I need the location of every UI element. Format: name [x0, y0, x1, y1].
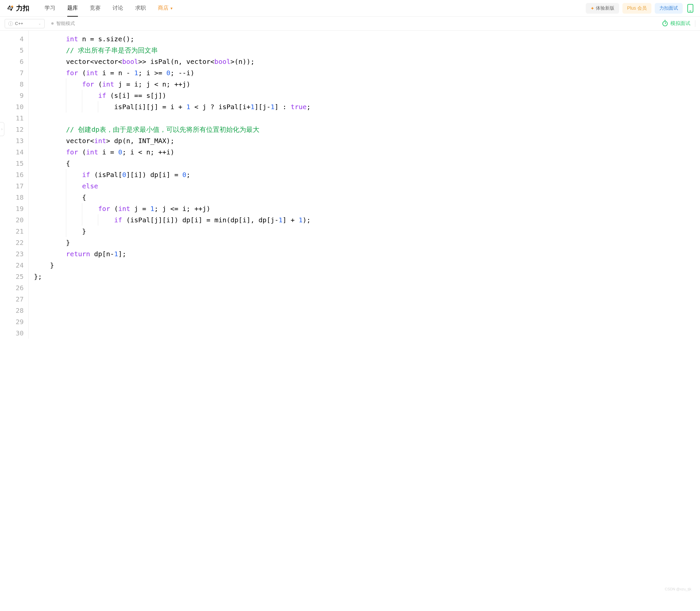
code-line[interactable]: if (isPal[j][i]) dp[i] = min(dp[i], dp[j…	[34, 214, 700, 226]
code-line[interactable]: for (int i = 0; i < n; ++i)	[34, 146, 700, 158]
interview-button[interactable]: 力扣面试	[655, 3, 683, 14]
code-line[interactable]: {	[34, 158, 700, 169]
editor-toolbar: i C++ ⌄ 智能模式 模拟面试	[0, 17, 700, 31]
line-number: 10	[0, 101, 28, 113]
line-number: 16	[0, 169, 28, 180]
code-line[interactable]: isPal[i][j] = i + 1 < j ? isPal[i+1][j-1…	[34, 101, 700, 113]
line-number: 24	[0, 259, 28, 271]
line-number: 18	[0, 192, 28, 203]
code-line[interactable]: {	[34, 192, 700, 203]
code-line[interactable]: int n = s.size();	[34, 33, 700, 45]
language-label: C++	[15, 21, 23, 26]
mock-interview-button[interactable]: 模拟面试	[662, 20, 690, 27]
nav-link-2[interactable]: 竞赛	[84, 0, 106, 17]
editor-mode[interactable]: 智能模式	[51, 21, 75, 27]
nav-link-4[interactable]: 求职	[129, 0, 152, 17]
logo[interactable]: 力扣	[7, 4, 29, 13]
code-line[interactable]: // 求出所有子串是否为回文串	[34, 45, 700, 56]
code-line[interactable]	[34, 282, 700, 294]
panel-expand-handle[interactable]: ›	[0, 122, 4, 136]
line-number: 19	[0, 203, 28, 214]
line-number: 26	[0, 282, 28, 294]
code-line[interactable]: for (int j = i; j < n; ++j)	[34, 78, 700, 90]
code-area[interactable]: int n = s.size(); // 求出所有子串是否为回文串 vector…	[29, 31, 700, 339]
line-number: 7	[0, 67, 28, 78]
logo-text: 力扣	[16, 4, 29, 13]
chevron-down-icon: ▾	[171, 6, 173, 11]
line-number: 8	[0, 78, 28, 90]
line-number: 14	[0, 146, 28, 158]
plus-member-label: Plus 会员	[627, 5, 647, 11]
line-number: 17	[0, 180, 28, 192]
code-line[interactable]	[34, 316, 700, 327]
code-line[interactable]	[34, 305, 700, 316]
line-number: 27	[0, 294, 28, 305]
code-line[interactable]	[34, 113, 700, 124]
line-number: 29	[0, 316, 28, 327]
info-icon: i	[8, 21, 13, 26]
interview-label: 力扣面试	[659, 5, 678, 11]
nav-links: 学习题库竞赛讨论求职商店▾	[39, 0, 178, 17]
line-number: 5	[0, 45, 28, 56]
code-line[interactable]: if (s[i] == s[j])	[34, 90, 700, 101]
mock-label: 模拟面试	[670, 20, 690, 27]
code-line[interactable]: }	[34, 226, 700, 237]
clock-icon	[662, 21, 668, 26]
language-select[interactable]: i C++ ⌄	[5, 19, 45, 28]
chevron-down-icon: ⌄	[38, 21, 41, 25]
svg-point-0	[11, 5, 13, 7]
code-line[interactable]: for (int j = 1; j <= i; ++j)	[34, 203, 700, 214]
line-gutter: 4567891011121314151617181920212223242526…	[0, 31, 29, 339]
line-number: 4	[0, 33, 28, 45]
code-line[interactable]: vector<int> dp(n, INT_MAX);	[34, 135, 700, 146]
nav-link-0[interactable]: 学习	[39, 0, 61, 17]
sparkle-icon: ✦	[590, 6, 595, 11]
nav-link-1[interactable]: 题库	[61, 0, 84, 17]
line-number: 9	[0, 90, 28, 101]
plus-member-button[interactable]: Plus 会员	[623, 3, 651, 14]
code-line[interactable]: }	[34, 259, 700, 271]
code-line[interactable]: vector<vector<bool>> isPal(n, vector<boo…	[34, 56, 700, 67]
try-new-label: 体验新版	[596, 5, 614, 11]
mode-label: 智能模式	[56, 21, 75, 27]
code-line[interactable]: else	[34, 180, 700, 192]
line-number: 20	[0, 214, 28, 226]
line-number: 30	[0, 327, 28, 339]
code-line[interactable]: for (int i = n - 1; i >= 0; --i)	[34, 67, 700, 78]
line-number: 22	[0, 237, 28, 248]
line-number: 11	[0, 113, 28, 124]
code-line[interactable]: // 创建dp表，由于是求最小值，可以先将所有位置初始化为最大	[34, 124, 700, 135]
divider	[695, 20, 695, 27]
mobile-icon[interactable]	[687, 4, 693, 13]
nav-link-5[interactable]: 商店▾	[152, 0, 178, 17]
logo-icon	[7, 5, 14, 12]
try-new-button[interactable]: ✦体验新版	[586, 3, 619, 14]
line-number: 23	[0, 248, 28, 259]
nav-link-3[interactable]: 讨论	[106, 0, 129, 17]
code-line[interactable]	[34, 294, 700, 305]
line-number: 21	[0, 226, 28, 237]
line-number: 28	[0, 305, 28, 316]
line-number: 25	[0, 271, 28, 282]
top-nav: 力扣 学习题库竞赛讨论求职商店▾ ✦体验新版 Plus 会员 力扣面试	[0, 0, 700, 17]
code-line[interactable]: if (isPal[0][i]) dp[i] = 0;	[34, 169, 700, 180]
code-line[interactable]: return dp[n-1];	[34, 248, 700, 259]
code-editor[interactable]: › 45678910111213141516171819202122232425…	[0, 31, 700, 339]
line-number: 15	[0, 158, 28, 169]
mode-dot-icon	[51, 22, 54, 25]
code-line[interactable]: }	[34, 237, 700, 248]
line-number: 13	[0, 135, 28, 146]
code-line[interactable]	[34, 327, 700, 339]
code-line[interactable]: };	[34, 271, 700, 282]
line-number: 6	[0, 56, 28, 67]
